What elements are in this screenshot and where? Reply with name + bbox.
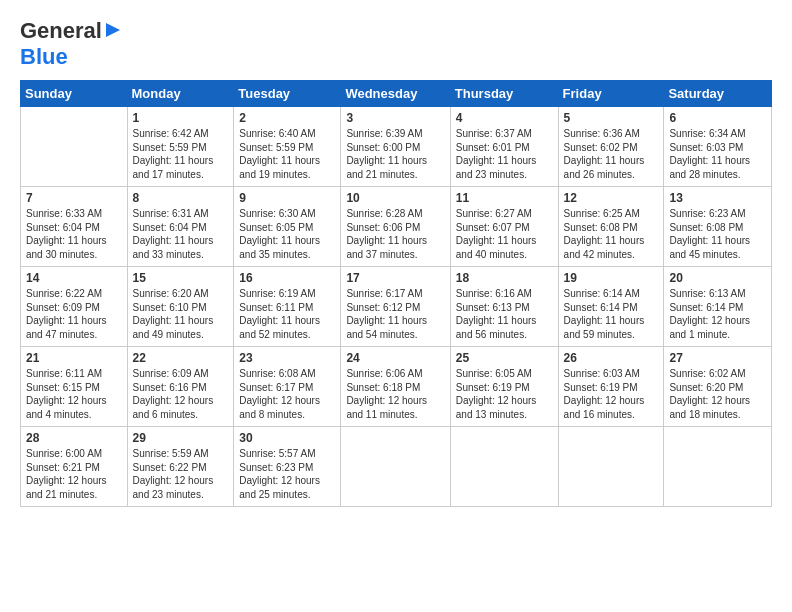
calendar-cell: [21, 107, 128, 187]
day-info-text: Sunrise: 6:25 AM Sunset: 6:08 PM Dayligh…: [564, 207, 659, 261]
day-number: 1: [133, 111, 229, 125]
calendar-cell: [450, 427, 558, 507]
day-number: 28: [26, 431, 122, 445]
calendar-cell: 26Sunrise: 6:03 AM Sunset: 6:19 PM Dayli…: [558, 347, 664, 427]
day-info-text: Sunrise: 6:27 AM Sunset: 6:07 PM Dayligh…: [456, 207, 553, 261]
calendar-cell: 9Sunrise: 6:30 AM Sunset: 6:05 PM Daylig…: [234, 187, 341, 267]
day-number: 22: [133, 351, 229, 365]
calendar-week-row: 14Sunrise: 6:22 AM Sunset: 6:09 PM Dayli…: [21, 267, 772, 347]
calendar-cell: 25Sunrise: 6:05 AM Sunset: 6:19 PM Dayli…: [450, 347, 558, 427]
logo-blue-text: Blue: [20, 44, 68, 69]
weekday-header-tuesday: Tuesday: [234, 81, 341, 107]
day-number: 21: [26, 351, 122, 365]
calendar-cell: 13Sunrise: 6:23 AM Sunset: 6:08 PM Dayli…: [664, 187, 772, 267]
day-number: 17: [346, 271, 444, 285]
calendar-cell: 3Sunrise: 6:39 AM Sunset: 6:00 PM Daylig…: [341, 107, 450, 187]
logo-arrow-icon: [104, 21, 122, 39]
day-number: 24: [346, 351, 444, 365]
calendar-cell: 28Sunrise: 6:00 AM Sunset: 6:21 PM Dayli…: [21, 427, 128, 507]
calendar-cell: 5Sunrise: 6:36 AM Sunset: 6:02 PM Daylig…: [558, 107, 664, 187]
day-number: 29: [133, 431, 229, 445]
calendar-cell: 24Sunrise: 6:06 AM Sunset: 6:18 PM Dayli…: [341, 347, 450, 427]
day-number: 26: [564, 351, 659, 365]
day-info-text: Sunrise: 6:30 AM Sunset: 6:05 PM Dayligh…: [239, 207, 335, 261]
day-info-text: Sunrise: 6:05 AM Sunset: 6:19 PM Dayligh…: [456, 367, 553, 421]
calendar-cell: 15Sunrise: 6:20 AM Sunset: 6:10 PM Dayli…: [127, 267, 234, 347]
calendar-cell: 2Sunrise: 6:40 AM Sunset: 5:59 PM Daylig…: [234, 107, 341, 187]
calendar-week-row: 28Sunrise: 6:00 AM Sunset: 6:21 PM Dayli…: [21, 427, 772, 507]
calendar-cell: 7Sunrise: 6:33 AM Sunset: 6:04 PM Daylig…: [21, 187, 128, 267]
day-info-text: Sunrise: 6:40 AM Sunset: 5:59 PM Dayligh…: [239, 127, 335, 181]
calendar-cell: 21Sunrise: 6:11 AM Sunset: 6:15 PM Dayli…: [21, 347, 128, 427]
day-info-text: Sunrise: 6:20 AM Sunset: 6:10 PM Dayligh…: [133, 287, 229, 341]
day-info-text: Sunrise: 6:16 AM Sunset: 6:13 PM Dayligh…: [456, 287, 553, 341]
day-number: 3: [346, 111, 444, 125]
calendar-cell: 8Sunrise: 6:31 AM Sunset: 6:04 PM Daylig…: [127, 187, 234, 267]
day-number: 8: [133, 191, 229, 205]
day-info-text: Sunrise: 6:33 AM Sunset: 6:04 PM Dayligh…: [26, 207, 122, 261]
weekday-header-monday: Monday: [127, 81, 234, 107]
calendar-cell: 30Sunrise: 5:57 AM Sunset: 6:23 PM Dayli…: [234, 427, 341, 507]
day-number: 7: [26, 191, 122, 205]
calendar-cell: 6Sunrise: 6:34 AM Sunset: 6:03 PM Daylig…: [664, 107, 772, 187]
day-info-text: Sunrise: 6:42 AM Sunset: 5:59 PM Dayligh…: [133, 127, 229, 181]
day-info-text: Sunrise: 6:03 AM Sunset: 6:19 PM Dayligh…: [564, 367, 659, 421]
day-number: 10: [346, 191, 444, 205]
day-number: 18: [456, 271, 553, 285]
day-number: 12: [564, 191, 659, 205]
calendar-cell: 10Sunrise: 6:28 AM Sunset: 6:06 PM Dayli…: [341, 187, 450, 267]
day-number: 11: [456, 191, 553, 205]
day-info-text: Sunrise: 6:28 AM Sunset: 6:06 PM Dayligh…: [346, 207, 444, 261]
calendar-header-row: SundayMondayTuesdayWednesdayThursdayFrid…: [21, 81, 772, 107]
calendar-cell: 14Sunrise: 6:22 AM Sunset: 6:09 PM Dayli…: [21, 267, 128, 347]
calendar-cell: [341, 427, 450, 507]
day-number: 5: [564, 111, 659, 125]
calendar-cell: 19Sunrise: 6:14 AM Sunset: 6:14 PM Dayli…: [558, 267, 664, 347]
calendar-week-row: 7Sunrise: 6:33 AM Sunset: 6:04 PM Daylig…: [21, 187, 772, 267]
calendar-cell: [558, 427, 664, 507]
day-info-text: Sunrise: 5:57 AM Sunset: 6:23 PM Dayligh…: [239, 447, 335, 501]
day-info-text: Sunrise: 6:19 AM Sunset: 6:11 PM Dayligh…: [239, 287, 335, 341]
day-number: 14: [26, 271, 122, 285]
weekday-header-sunday: Sunday: [21, 81, 128, 107]
day-number: 30: [239, 431, 335, 445]
calendar-cell: 12Sunrise: 6:25 AM Sunset: 6:08 PM Dayli…: [558, 187, 664, 267]
page: General Blue SundayMondayTuesdayWednesda…: [0, 0, 792, 517]
calendar-cell: 16Sunrise: 6:19 AM Sunset: 6:11 PM Dayli…: [234, 267, 341, 347]
day-info-text: Sunrise: 6:17 AM Sunset: 6:12 PM Dayligh…: [346, 287, 444, 341]
calendar-week-row: 1Sunrise: 6:42 AM Sunset: 5:59 PM Daylig…: [21, 107, 772, 187]
day-info-text: Sunrise: 6:39 AM Sunset: 6:00 PM Dayligh…: [346, 127, 444, 181]
calendar-cell: 22Sunrise: 6:09 AM Sunset: 6:16 PM Dayli…: [127, 347, 234, 427]
day-info-text: Sunrise: 6:00 AM Sunset: 6:21 PM Dayligh…: [26, 447, 122, 501]
weekday-header-saturday: Saturday: [664, 81, 772, 107]
svg-marker-0: [106, 23, 120, 37]
day-number: 13: [669, 191, 766, 205]
day-number: 4: [456, 111, 553, 125]
day-number: 15: [133, 271, 229, 285]
calendar-table: SundayMondayTuesdayWednesdayThursdayFrid…: [20, 80, 772, 507]
day-number: 27: [669, 351, 766, 365]
calendar-cell: [664, 427, 772, 507]
day-info-text: Sunrise: 6:02 AM Sunset: 6:20 PM Dayligh…: [669, 367, 766, 421]
day-info-text: Sunrise: 6:14 AM Sunset: 6:14 PM Dayligh…: [564, 287, 659, 341]
calendar-cell: 29Sunrise: 5:59 AM Sunset: 6:22 PM Dayli…: [127, 427, 234, 507]
day-number: 25: [456, 351, 553, 365]
calendar-cell: 23Sunrise: 6:08 AM Sunset: 6:17 PM Dayli…: [234, 347, 341, 427]
day-number: 19: [564, 271, 659, 285]
day-info-text: Sunrise: 6:09 AM Sunset: 6:16 PM Dayligh…: [133, 367, 229, 421]
weekday-header-thursday: Thursday: [450, 81, 558, 107]
weekday-header-friday: Friday: [558, 81, 664, 107]
calendar-cell: 20Sunrise: 6:13 AM Sunset: 6:14 PM Dayli…: [664, 267, 772, 347]
day-number: 20: [669, 271, 766, 285]
calendar-cell: 27Sunrise: 6:02 AM Sunset: 6:20 PM Dayli…: [664, 347, 772, 427]
day-number: 16: [239, 271, 335, 285]
calendar-cell: 18Sunrise: 6:16 AM Sunset: 6:13 PM Dayli…: [450, 267, 558, 347]
day-info-text: Sunrise: 6:31 AM Sunset: 6:04 PM Dayligh…: [133, 207, 229, 261]
day-info-text: Sunrise: 6:06 AM Sunset: 6:18 PM Dayligh…: [346, 367, 444, 421]
day-info-text: Sunrise: 6:13 AM Sunset: 6:14 PM Dayligh…: [669, 287, 766, 341]
day-info-text: Sunrise: 6:11 AM Sunset: 6:15 PM Dayligh…: [26, 367, 122, 421]
calendar-cell: 11Sunrise: 6:27 AM Sunset: 6:07 PM Dayli…: [450, 187, 558, 267]
day-info-text: Sunrise: 5:59 AM Sunset: 6:22 PM Dayligh…: [133, 447, 229, 501]
day-info-text: Sunrise: 6:34 AM Sunset: 6:03 PM Dayligh…: [669, 127, 766, 181]
day-number: 23: [239, 351, 335, 365]
